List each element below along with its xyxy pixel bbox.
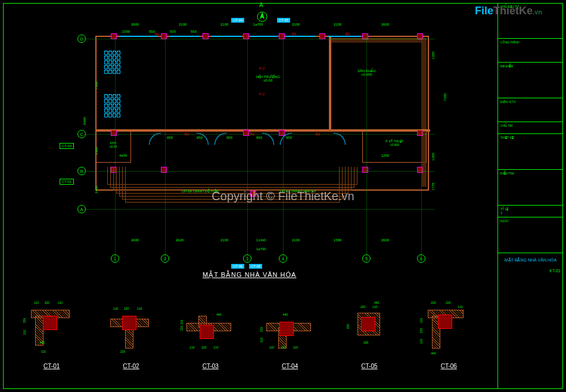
dim-in-2: 950 — [197, 136, 203, 139]
dim-left-1: 2400 — [95, 185, 98, 193]
dim-top-4: 1a700 — [253, 23, 263, 26]
dim-bot-6: 1580 — [334, 238, 341, 242]
watermark: Copyright © FileThietKe.vn — [212, 189, 354, 203]
title-block: CHỦ ĐẦU TƯ CÔNG TRÌNH ĐỊA ĐIỂM ĐƠN VỊ TV… — [497, 3, 563, 389]
site-logo: FileThietKe.vn — [475, 5, 542, 17]
detail-ct06: 220 220 110 440 110 220 110 CT-06 — [413, 292, 484, 375]
north-arrow: A — [256, 11, 268, 24]
dim-kho: 4a50 — [119, 154, 127, 157]
detail-ct01: 110 220 110 440 110 330 110 CT-01 — [16, 292, 88, 375]
gl-d — [83, 39, 435, 39]
ct-marker-04: CT-04 — [231, 18, 244, 23]
gl-3 — [247, 35, 248, 261]
ct-marker-01: CT-01 — [60, 179, 74, 185]
dim-bot-main: 1a700 — [256, 247, 266, 251]
dim-top-6: 2100 — [334, 23, 341, 26]
dim-top-3: 2100 — [220, 23, 228, 26]
dim-left-total: 9900 — [83, 117, 86, 125]
dim-left-2: 2300 — [95, 147, 98, 154]
gl-a — [83, 209, 435, 210]
tb-scale: TỶ LỆ 1: — [498, 206, 563, 217]
beam-p2: P-2 — [259, 67, 265, 70]
gl-5 — [366, 35, 367, 261]
north-label: A — [259, 2, 263, 8]
gl-4 — [283, 35, 284, 261]
gl-2 — [165, 35, 166, 261]
column-details: 110 220 110 440 110 330 110 CT-01 110 22… — [12, 292, 489, 381]
tb-project: CÔNG TRÌNH — [498, 39, 563, 63]
dim-ts-1: 1500 — [122, 30, 130, 33]
hall-label: HỘI TRƯỜNG ±0.00 — [256, 74, 280, 82]
ct-marker-06b: CT-06 — [231, 264, 244, 269]
dim-top-2: 2100 — [179, 23, 186, 26]
kythuat-label: P. KỸ THUẬT +0.900 — [363, 139, 426, 147]
dim-bot-3: 2100 — [220, 238, 228, 242]
tb-sheet-no: KT-01 — [498, 267, 563, 274]
dim-in-5: 950 — [286, 136, 292, 139]
dim-top-1: 2600 — [131, 23, 139, 26]
dim-right-2: 1200 — [431, 153, 435, 160]
window-top-4 — [250, 36, 277, 37]
dim-bot-7: 2600 — [381, 238, 389, 242]
ct-marker-02: CT-02 — [60, 143, 74, 149]
window-top-6 — [328, 36, 360, 37]
beam-p2b: P-2 — [259, 92, 265, 96]
dim-top-7: 2600 — [381, 23, 389, 26]
gl-b — [83, 171, 435, 172]
dim-in-3: 950 — [226, 136, 232, 139]
dim-bot-5: 2100 — [292, 238, 300, 242]
lower-rooms: KHO ±0.00 P. KỸ THUẬT +0.900 — [95, 130, 429, 166]
dim-bot-1: 2600 — [131, 238, 139, 242]
logo-part3: .vn — [533, 8, 542, 15]
tb-checker: KIỂM TRA — [498, 170, 563, 206]
dim-right-3: 1775 — [431, 182, 435, 190]
window-top-5 — [286, 36, 316, 37]
dim-in-1: 950 — [167, 136, 173, 139]
dim-ts-4: 550 — [191, 30, 197, 33]
dim-bot-4: 114±0 — [256, 238, 266, 242]
dim-bot-2: 2620 — [176, 238, 184, 242]
ct-marker-05a: CT-05 — [277, 18, 290, 23]
tb-sheet-title: MẶT BẰNG NHÀ VĂN HÓA — [498, 253, 563, 267]
logo-part2: ThietKe — [493, 5, 533, 17]
logo-part1: File — [475, 5, 493, 17]
seat-block-b8 — [104, 94, 120, 117]
dim-in-4: 950 — [256, 136, 262, 139]
column-b5 — [362, 167, 368, 173]
door-1 — [149, 133, 161, 145]
plan-title: MẶT BẰNG NHÀ VĂN HÓA — [203, 271, 296, 279]
door-4 — [262, 133, 274, 145]
tb-chief: CHỦ TRÌ — [498, 122, 563, 134]
dim-top-5: 2100 — [292, 23, 300, 26]
window-top-3 — [212, 36, 241, 37]
dim-right-1: 1200 — [431, 51, 435, 59]
dim-ts-3: 500 — [170, 30, 176, 33]
dim-right-total: 7200 — [443, 93, 447, 101]
tb-date: NGÀY — [498, 217, 563, 253]
window-top-2 — [170, 36, 200, 37]
window-top-1 — [119, 36, 158, 37]
tb-location: ĐỊA ĐIỂM — [498, 63, 563, 98]
tb-designer: THIẾT KẾ — [498, 134, 563, 170]
dim-kt: 1200 — [381, 154, 389, 157]
detail-ct03: 440 110 220 110 220 110 CT-03 — [175, 292, 246, 375]
kho-label: KHO ±0.00 — [96, 141, 130, 148]
detail-ct02: 110 220 110 220 CT-02 — [95, 292, 167, 375]
dim-ts-2: 550 — [149, 30, 155, 33]
hall-area — [101, 42, 328, 131]
gl-6 — [421, 35, 422, 261]
gl-1 — [115, 35, 116, 261]
detail-ct05: 220 110 440 330 330 CT-05 — [334, 292, 405, 375]
ct-marker-05b: CT-05 — [249, 264, 262, 269]
dim-left-3: 7200 — [95, 81, 98, 89]
detail-ct04: 440 110 220 110 220 110 CT-04 — [254, 292, 326, 375]
door-6 — [334, 133, 346, 145]
tb-consultant: ĐƠN VỊ TV — [498, 98, 563, 122]
seat-block-8 — [104, 51, 120, 74]
gl-c — [83, 134, 435, 135]
door-3 — [214, 133, 226, 145]
